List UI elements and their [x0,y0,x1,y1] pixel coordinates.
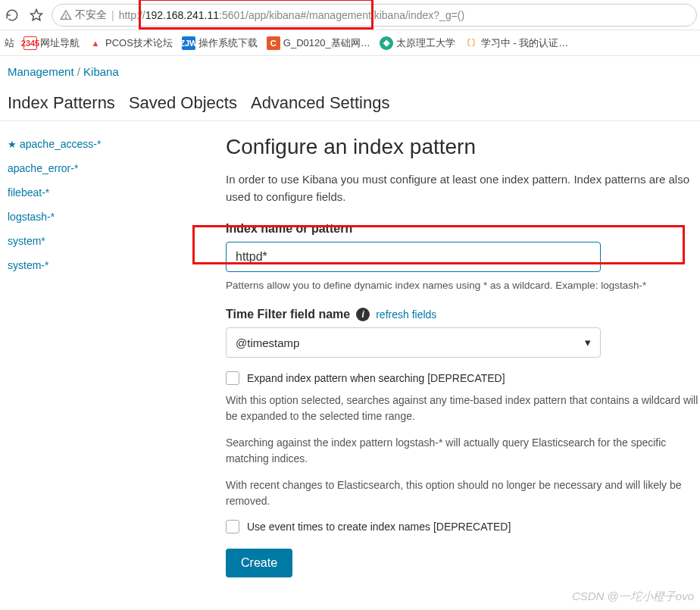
create-button[interactable]: Create [226,549,292,577]
expand-desc-1: With this option selected, searches agai… [226,393,700,424]
bookmark-star-icon[interactable] [27,6,45,24]
bookmark-icon: ◆ [380,36,393,50]
reload-icon[interactable] [3,6,21,24]
tab-advanced-settings[interactable]: Advanced Settings [251,93,389,113]
bookmark-item[interactable]: 〔〕学习中 - 我的认证… [464,36,569,50]
breadcrumb-management[interactable]: Management [8,65,74,78]
bookmark-item[interactable]: ◆太原理工大学 [380,36,455,50]
insecure-warning: 不安全 [60,8,107,22]
bookmark-icon: ▲ [89,36,102,50]
expand-desc-3: With recent changes to Elasticsearch, th… [226,477,700,509]
bookmark-item[interactable]: ▲PCOS技术论坛 [89,36,173,50]
tab-saved-objects[interactable]: Saved Objects [129,93,237,113]
breadcrumb: Management / Kibana [0,56,700,87]
warning-icon [60,9,72,21]
bookmark-icon: C [267,36,280,50]
browser-toolbar: 不安全 | http://192.168.241.11:5601/app/kib… [0,0,700,30]
time-filter-value: @timestamp [236,336,299,349]
bookmark-icon: ZJW [182,36,195,50]
expand-pattern-label: Expand index pattern when searching [DEP… [247,372,505,384]
default-star-icon: ★ [8,139,17,150]
bookmark-icon: 〔〕 [464,36,478,50]
bookmark-item[interactable]: CG_D0120_基础网… [267,36,370,50]
expand-pattern-checkbox[interactable] [226,371,239,385]
sidebar-item-system-dash[interactable]: system-* [8,253,205,277]
index-pattern-input[interactable] [226,242,601,272]
sidebar-item-filebeat[interactable]: filebeat-* [8,180,205,205]
event-times-row: Use event times to create index names [D… [226,520,700,533]
time-filter-select[interactable]: @timestamp ▾ [226,327,601,358]
event-times-checkbox[interactable] [226,520,239,533]
url-separator: | [111,9,114,21]
url-bar[interactable]: 不安全 | http://192.168.241.11:5601/app/kib… [52,4,697,27]
sidebar: ★apache_access-* apache_error-* filebeat… [0,121,212,593]
url-text: http://192.168.241.11:5601/app/kibana#/m… [119,9,465,21]
expand-desc-2: Searching against the index pattern logs… [226,435,700,467]
sidebar-item-logstash[interactable]: logstash-* [8,205,205,229]
bookmark-item[interactable]: ZJW操作系统下载 [182,36,258,50]
page-title: Configure an index pattern [226,135,700,159]
svg-point-2 [65,17,66,17]
chevron-down-icon: ▾ [585,336,591,349]
breadcrumb-kibana[interactable]: Kibana [83,65,119,78]
bookmark-item[interactable]: 2345网址导航 [23,36,80,50]
index-name-label: Index name or pattern [226,222,700,236]
time-filter-label: Time Filter field name i refresh fields [226,308,700,321]
sidebar-item-apache-error[interactable]: apache_error-* [8,156,205,180]
intro-text: In order to use Kibana you must configur… [226,171,700,205]
svg-marker-0 [31,9,42,20]
sidebar-item-apache-access[interactable]: ★apache_access-* [8,132,205,156]
event-times-label: Use event times to create index names [D… [247,521,511,533]
index-helper: Patterns allow you to define dynamic ind… [226,280,700,291]
bookmark-icon: 2345 [23,36,37,50]
main-pane: Configure an index pattern In order to u… [212,121,700,593]
tabs-row: Index Patterns Saved Objects Advanced Se… [0,87,700,121]
sidebar-item-system[interactable]: system* [8,229,205,253]
insecure-label: 不安全 [75,8,107,22]
refresh-fields-link[interactable]: refresh fields [376,308,436,321]
info-icon[interactable]: i [356,308,370,321]
bookmark-item[interactable]: 站 [5,36,14,50]
bookmarks-bar: 站 2345网址导航 ▲PCOS技术论坛 ZJW操作系统下载 CG_D0120_… [0,30,700,56]
expand-pattern-row: Expand index pattern when searching [DEP… [226,371,700,385]
tab-index-patterns[interactable]: Index Patterns [8,93,115,113]
